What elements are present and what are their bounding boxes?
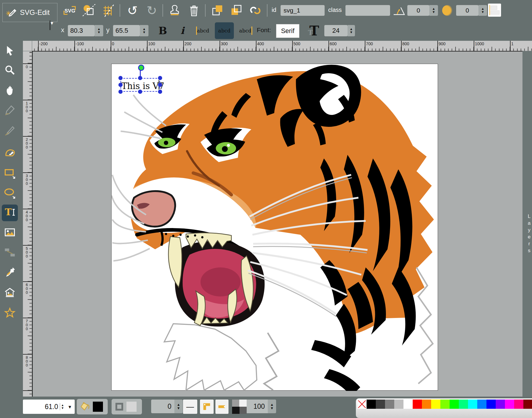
- move-to-top-button[interactable]: [210, 2, 225, 18]
- stroke-style-button[interactable]: —: [183, 400, 197, 414]
- tool-select[interactable]: [2, 43, 18, 60]
- palette-swatch-007fff[interactable]: [477, 400, 486, 409]
- font-size-spinner[interactable]: ▲▼: [348, 25, 355, 36]
- undo-button[interactable]: ↺: [125, 2, 140, 18]
- text-x-spinner[interactable]: ▲▼: [95, 25, 103, 36]
- palette-swatch-ffffff[interactable]: [403, 400, 413, 409]
- stroke-color-swatch[interactable]: [126, 402, 137, 412]
- palette-swatch-ffff00[interactable]: [431, 400, 440, 409]
- zoom-control[interactable]: ▲▼ ▼: [23, 400, 75, 414]
- clone-button[interactable]: [167, 2, 182, 18]
- tool-rect[interactable]: [2, 165, 18, 182]
- stroke-linecap-button[interactable]: [215, 400, 229, 414]
- move-to-bottom-button[interactable]: [229, 2, 244, 18]
- opacity-input[interactable]: [247, 400, 268, 413]
- blur-input[interactable]: [456, 5, 478, 16]
- palette-swatch-7fff00[interactable]: [440, 400, 450, 409]
- palette-swatch-000000[interactable]: [367, 400, 376, 409]
- tool-eyedropper[interactable]: [2, 265, 18, 281]
- text-anchor-end-button[interactable]: abcd: [238, 24, 254, 38]
- element-id-input[interactable]: [281, 5, 325, 16]
- palette-swatch-none[interactable]: [357, 400, 367, 409]
- fill-color-control[interactable]: [77, 399, 108, 414]
- delete-button[interactable]: [187, 2, 201, 18]
- tool-pencil[interactable]: [2, 102, 18, 119]
- text-anchor-start-button[interactable]: abcd: [195, 24, 210, 38]
- toolbar-separator: [120, 4, 120, 17]
- align-left-icon: [489, 5, 490, 15]
- document-properties-button[interactable]: [82, 2, 96, 18]
- tool-pan[interactable]: [2, 82, 18, 99]
- element-class-input[interactable]: [345, 5, 390, 16]
- bold-button[interactable]: B: [156, 23, 169, 38]
- palette-swatch-ff0000[interactable]: [413, 400, 422, 409]
- editor-preferences-button[interactable]: [101, 2, 116, 18]
- selection-handle-ne[interactable]: [158, 76, 162, 80]
- palette-swatch-0000ff[interactable]: [486, 400, 496, 409]
- palette-swatch-ff7f00[interactable]: [422, 400, 431, 409]
- tool-ellipse[interactable]: [2, 185, 18, 202]
- palette-swatch-00ffff[interactable]: [468, 400, 477, 409]
- ruler-label: 700: [366, 41, 373, 46]
- tool-line[interactable]: [2, 123, 18, 140]
- selection-handle-s[interactable]: [138, 90, 142, 94]
- italic-button[interactable]: i: [177, 23, 188, 38]
- palette-swatch-ff00ff[interactable]: [505, 400, 514, 409]
- text-y-input[interactable]: [113, 25, 140, 36]
- tool-connector[interactable]: [2, 245, 18, 261]
- rotation-angle-input[interactable]: [407, 5, 429, 16]
- align-button[interactable]: [488, 4, 501, 17]
- layers-panel-tab[interactable]: Layers: [522, 51, 532, 397]
- tiger-illustration[interactable]: [112, 64, 438, 391]
- stroke-linejoin-button[interactable]: [200, 400, 214, 414]
- text-y-spinner[interactable]: ▲▼: [140, 25, 148, 36]
- zoom-spinner[interactable]: ▲▼: [60, 403, 65, 410]
- palette-swatch-7f0000[interactable]: [523, 400, 532, 409]
- opacity-spinner[interactable]: ▲▼: [268, 400, 276, 413]
- palette-swatch-7f7f7f[interactable]: [385, 400, 394, 409]
- font-size-input[interactable]: [324, 25, 348, 36]
- palette-swatch-3f3f3f[interactable]: [376, 400, 385, 409]
- selection-handle-e[interactable]: [158, 83, 162, 87]
- path-icon: [4, 147, 15, 160]
- rotation-handle[interactable]: [138, 65, 144, 71]
- blur-spinner[interactable]: ▲▼: [478, 5, 487, 16]
- text-x-input[interactable]: [68, 25, 95, 36]
- zoom-input[interactable]: [23, 403, 60, 411]
- linecap-butt-icon: [217, 402, 227, 412]
- text-anchor-middle-button[interactable]: abcd: [215, 22, 234, 39]
- stroke-color-control[interactable]: [112, 399, 142, 414]
- tool-text[interactable]: T: [2, 205, 18, 221]
- main-menu-button[interactable]: ✳ SVG-Edit ▼: [2, 3, 57, 22]
- selection-handle-sw[interactable]: [118, 90, 123, 94]
- svg-canvas[interactable]: This is V7: [111, 64, 438, 391]
- ruler-major-tick: [111, 41, 111, 51]
- tool-zoom[interactable]: [2, 62, 18, 79]
- ruler-label: 900: [439, 41, 445, 46]
- stroke-width-input[interactable]: [151, 400, 174, 413]
- stroke-width-spinner[interactable]: ▲▼: [174, 400, 183, 413]
- tool-star[interactable]: [2, 305, 18, 322]
- tool-path[interactable]: [2, 145, 18, 162]
- palette-swatch-00ff00[interactable]: [450, 400, 459, 409]
- fill-color-swatch[interactable]: [93, 402, 103, 412]
- palette-swatch-bfbfbf[interactable]: [394, 400, 403, 409]
- rotation-label: [392, 2, 406, 18]
- selection-handle-n[interactable]: [138, 76, 142, 80]
- rotation-angle-spinner[interactable]: ▲▼: [429, 5, 438, 16]
- palette-swatch-ff007f[interactable]: [514, 400, 523, 409]
- bottom-toolbar: ▲▼ ▼ ▲▼ —: [0, 397, 532, 418]
- palette-swatch-00ff7f[interactable]: [459, 400, 468, 409]
- tool-image[interactable]: [2, 225, 18, 241]
- palette-swatch-7f00ff[interactable]: [496, 400, 505, 409]
- toolbar-separator: [162, 4, 163, 17]
- selection-handle-se[interactable]: [158, 90, 162, 94]
- selection-handle-nw[interactable]: [118, 76, 123, 80]
- make-link-button[interactable]: [248, 2, 263, 18]
- source-editor-button[interactable]: SVG: [62, 2, 77, 18]
- tool-library[interactable]: [2, 285, 18, 302]
- font-family-button[interactable]: Serif: [276, 24, 299, 38]
- trash-icon: [187, 4, 201, 17]
- redo-button[interactable]: ↻: [144, 2, 159, 18]
- selection-handle-w[interactable]: [118, 83, 123, 87]
